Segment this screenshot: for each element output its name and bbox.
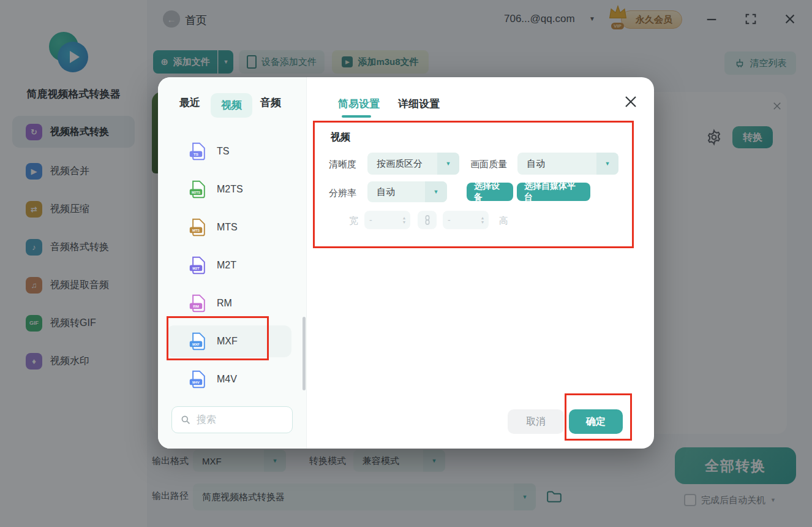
annotation-box-mxf	[167, 316, 269, 360]
tab-simple-settings[interactable]: 简易设置	[338, 97, 380, 111]
cancel-button[interactable]: 取消	[508, 409, 564, 434]
search-input[interactable]	[195, 414, 277, 426]
file-format-icon: M4V	[189, 370, 208, 389]
app-window: 简鹿视频格式转换器 ↻ 视频格式转换 ▶ 视频合并 ⇄ 视频压缩 ♪ 音频格式转…	[0, 0, 812, 527]
svg-text:TS: TS	[194, 152, 198, 156]
tab-video[interactable]: 视频	[211, 93, 252, 118]
svg-text:RM: RM	[193, 304, 199, 308]
active-tab-underline	[342, 115, 371, 118]
format-item-rm[interactable]: RM RM	[167, 287, 291, 319]
svg-text:M4V: M4V	[192, 381, 200, 384]
svg-text:MTS: MTS	[192, 229, 200, 232]
file-format-icon: M2TS	[189, 180, 208, 199]
format-item-ts[interactable]: TS TS	[167, 135, 291, 167]
annotation-box-confirm	[565, 393, 632, 441]
format-item-m2ts[interactable]: M2TS M2TS	[167, 173, 291, 205]
file-format-icon: RM	[189, 294, 208, 313]
svg-text:M2TS: M2TS	[192, 191, 201, 194]
scrollbar-thumb[interactable]	[303, 317, 306, 390]
svg-text:M2T: M2T	[192, 267, 200, 270]
close-modal-icon[interactable]	[623, 94, 638, 112]
tab-recent[interactable]: 最近	[179, 96, 200, 110]
tab-audio[interactable]: 音频	[260, 96, 281, 110]
format-item-m2t[interactable]: M2T M2T	[167, 249, 291, 281]
file-format-icon: M2T	[189, 256, 208, 275]
tab-detailed-settings[interactable]: 详细设置	[398, 97, 440, 111]
file-format-icon: TS	[189, 142, 208, 161]
format-item-mts[interactable]: MTS MTS	[167, 211, 291, 243]
file-format-icon: MTS	[189, 218, 208, 237]
format-list-panel: 最近 视频 音频 TS TS M2TS M2TS	[158, 77, 307, 449]
annotation-box-video-settings	[313, 121, 634, 248]
format-search[interactable]	[171, 406, 293, 433]
format-item-m4v[interactable]: M4V M4V	[167, 363, 291, 395]
search-icon	[181, 415, 190, 425]
